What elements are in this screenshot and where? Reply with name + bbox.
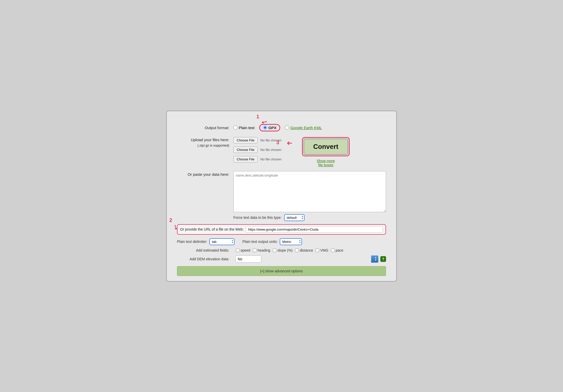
checkbox-distance[interactable] [295, 249, 299, 252]
radio-gpx-label: GPX [268, 126, 277, 130]
step3-number: 3 [276, 140, 279, 146]
dem-row: Add DEM elevation data: No Yes - SRTM3 Y… [177, 255, 386, 263]
estimated-fields-label: Add estimated fields: [177, 248, 233, 252]
file-row-2: Choose File No file chosen [233, 147, 282, 153]
field-pace: pace [331, 248, 343, 252]
kml-link[interactable]: Google Earth KML [290, 126, 322, 130]
force-type-select-wrapper: default csv gpx kml tcx ▲ ▼ [284, 214, 305, 221]
pace-label: pace [336, 248, 343, 252]
show-more-link[interactable]: Show morefile boxes [317, 159, 335, 167]
file-row-1: Choose File No file chosen [233, 137, 282, 143]
radio-gpx[interactable]: GPX [263, 126, 277, 130]
no-file-text-3: No file chosen [260, 157, 281, 161]
upload-label: Upload your files here: (.zip/.gz is sup… [177, 137, 233, 148]
field-vmg: VMG [316, 248, 328, 252]
slope-label: slope (%) [277, 248, 293, 252]
step1-number: 1 [256, 114, 259, 120]
output-units-select-wrapper: Metric Imperial Nautical ▲ ▼ [280, 238, 302, 245]
file-inputs-container: Choose File No file chosen Choose File N… [233, 137, 282, 164]
help-icon[interactable]: ? [380, 256, 386, 262]
advanced-options-bar[interactable]: [+] show advanced options [177, 266, 386, 276]
field-distance: distance [295, 248, 313, 252]
vmg-label: VMG [320, 248, 328, 252]
dem-select-wrapper: No Yes - SRTM3 Yes - SRTM1 ▲ ▼ [235, 255, 378, 263]
force-type-row: Force text data to be this type: default… [233, 214, 386, 221]
dem-label: Add DEM elevation data: [177, 257, 233, 261]
file-row-3: Choose File No file chosen [233, 156, 282, 162]
heading-label: heading [257, 248, 270, 252]
output-format-label: Output format: [177, 126, 233, 130]
step3-arrow: ➔ [287, 139, 292, 147]
choose-file-button-1[interactable]: Choose File [233, 137, 258, 143]
radio-kml-input[interactable] [285, 126, 289, 130]
speed-label: speed [241, 248, 250, 252]
field-speed: speed [236, 248, 250, 252]
field-slope: slope (%) [273, 248, 293, 252]
checkbox-slope[interactable] [273, 249, 276, 252]
delimiter-select[interactable]: tab comma semicolon space [209, 238, 235, 245]
step2-number: 2 [169, 217, 172, 223]
output-units-label: Plain text output units: [242, 240, 278, 244]
url-row: Or provide the URL of a file on the Web: [177, 224, 386, 235]
field-heading: heading [253, 248, 270, 252]
dem-select[interactable]: No Yes - SRTM3 Yes - SRTM1 [235, 255, 261, 263]
convert-button[interactable]: Convert [304, 139, 348, 155]
gpx-option-highlighted: GPX [259, 124, 280, 131]
output-units-select[interactable]: Metric Imperial Nautical [280, 238, 302, 245]
choose-file-button-3[interactable]: Choose File [233, 156, 258, 162]
checkbox-pace[interactable] [331, 249, 335, 252]
radio-plain-input[interactable] [233, 126, 237, 130]
checkbox-vmg[interactable] [316, 249, 319, 252]
convert-button-wrapper: Convert [302, 137, 350, 156]
dem-arrows: ▲ ▼ [374, 256, 377, 262]
delimiter-units-row: Plain text delimiter: tab comma semicolo… [177, 238, 386, 245]
delimiter-label: Plain text delimiter: [177, 240, 207, 244]
delimiter-select-wrapper: tab comma semicolon space ▲ ▼ [209, 238, 235, 245]
radio-plain-label: Plain text [239, 126, 255, 130]
no-file-text-2: No file chosen [260, 148, 281, 152]
estimated-fields-row: Add estimated fields: speed heading slop… [177, 248, 386, 252]
checkbox-heading[interactable] [253, 249, 256, 252]
url-input[interactable] [246, 226, 383, 233]
choose-file-button-2[interactable]: Choose File [233, 147, 258, 153]
radio-plain-text[interactable]: Plain text [233, 126, 255, 130]
radio-kml[interactable]: Google Earth KML [285, 126, 322, 130]
output-format-options: Plain text GPX Google Earth KML [233, 124, 386, 131]
paste-label: Or paste your data here: [177, 171, 233, 177]
url-label: Or provide the URL of a file on the Web: [180, 227, 244, 231]
force-type-select[interactable]: default csv gpx kml tcx [284, 214, 305, 221]
paste-textarea[interactable] [233, 171, 386, 212]
checkbox-speed[interactable] [236, 249, 239, 252]
force-type-label: Force text data to be this type: [233, 215, 282, 220]
distance-label: distance [300, 248, 313, 252]
